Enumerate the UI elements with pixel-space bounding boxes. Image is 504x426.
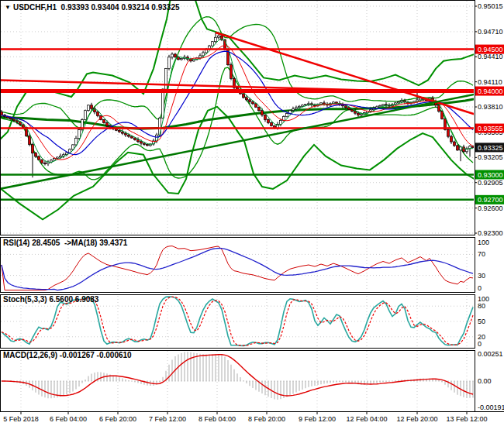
price-axis-label: 0.93810 bbox=[478, 103, 503, 111]
price-axis-label: 0.92905 bbox=[478, 179, 503, 187]
svg-text:0.94500: 0.94500 bbox=[478, 46, 503, 53]
time-axis-label[interactable]: 6 Feb 20:00 bbox=[99, 415, 136, 423]
macd-axis-label: -0.001914 bbox=[478, 404, 504, 411]
time-axis-label[interactable]: 9 Feb 12:00 bbox=[299, 415, 336, 423]
macd-histogram bbox=[2, 352, 473, 400]
indicator-axis-label: 100 bbox=[478, 239, 489, 246]
price-badge-0.93000: 0.93000 bbox=[475, 170, 504, 179]
indicator-axis-label: 0 bbox=[478, 340, 482, 348]
price-badge-0.94500: 0.94500 bbox=[475, 45, 504, 54]
price-badge-0.92700: 0.92700 bbox=[475, 195, 504, 204]
price-axis-label: 0.94110 bbox=[478, 78, 502, 86]
price-axis-label: 0.93205 bbox=[478, 153, 503, 161]
indicator-axis-label: 80 bbox=[478, 302, 485, 310]
time-axis-label[interactable]: 7 Feb 12:00 bbox=[149, 415, 186, 423]
price-axis-label: 0.92600 bbox=[478, 204, 503, 212]
price-axis-label: 0.95015 bbox=[478, 2, 503, 10]
svg-text:0.93555: 0.93555 bbox=[478, 125, 503, 132]
price-chart-canvas[interactable]: 0.950150.947100.944100.941100.938100.935… bbox=[0, 0, 504, 426]
time-axis-label[interactable]: 6 Feb 04:00 bbox=[50, 415, 87, 423]
price-badge-0.93325: 0.93325 bbox=[475, 143, 504, 152]
time-axis: 5 Feb 20186 Feb 04:006 Feb 20:007 Feb 12… bbox=[3, 412, 487, 424]
price-axis-label: 0.94410 bbox=[478, 53, 503, 60]
price-axis: 0.950150.947100.944100.941100.938100.935… bbox=[475, 2, 504, 411]
time-axis-label[interactable]: 12 Feb 04:00 bbox=[346, 415, 387, 423]
time-axis-label[interactable]: 8 Feb 20:00 bbox=[248, 415, 285, 423]
svg-text:0.93325: 0.93325 bbox=[478, 144, 503, 152]
macd-axis-label: 0.00251 bbox=[478, 350, 503, 358]
svg-text:0.93000: 0.93000 bbox=[478, 171, 503, 179]
time-axis-label[interactable]: 13 Feb 12:00 bbox=[446, 415, 487, 423]
time-axis-label[interactable]: 12 Feb 20:00 bbox=[396, 415, 437, 423]
indicator-axis-label: 50 bbox=[478, 318, 485, 325]
svg-text:0.94000: 0.94000 bbox=[478, 88, 503, 95]
price-axis-label: 0.92300 bbox=[478, 229, 503, 237]
price-badge-0.94000: 0.94000 bbox=[475, 87, 504, 96]
svg-text:0.92700: 0.92700 bbox=[478, 196, 503, 204]
price-axis-label: 0.94710 bbox=[478, 28, 503, 36]
macd-axis-label: 0.00 bbox=[478, 377, 492, 385]
time-axis-label[interactable]: 8 Feb 04:00 bbox=[198, 415, 236, 423]
time-axis-label[interactable]: 5 Feb 2018 bbox=[3, 415, 39, 423]
indicator-axis-label: 0 bbox=[478, 284, 482, 292]
price-badge-0.93555: 0.93555 bbox=[475, 124, 504, 133]
indicator-axis-label: 70 bbox=[478, 250, 485, 258]
trading-chart-window: 0.950150.947100.944100.941100.938100.935… bbox=[0, 0, 504, 426]
indicator-axis-label: 30 bbox=[478, 272, 485, 280]
